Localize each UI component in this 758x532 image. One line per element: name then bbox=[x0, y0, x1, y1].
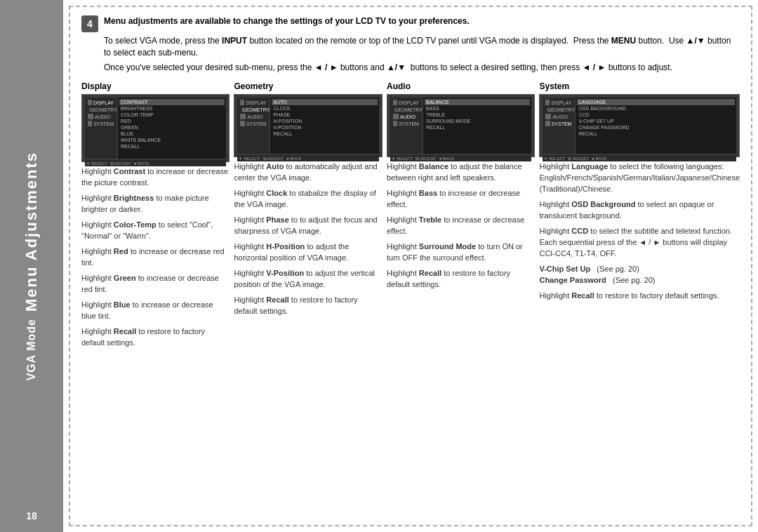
column-geometry-header: Geometry bbox=[234, 81, 382, 91]
header-row-3: Once you've selected your desired sub-me… bbox=[104, 62, 740, 74]
column-display-header: Display bbox=[81, 81, 230, 91]
column-audio-header: Audio bbox=[387, 81, 535, 91]
column-geometry: Geometry DISPLAY GEOMETRY AUDIO SYSTEM A… bbox=[234, 81, 382, 352]
header-row-2: To select VGA mode, press the INPUT butt… bbox=[104, 35, 740, 59]
page-number: 18 bbox=[26, 510, 37, 521]
header-section: 4 Menu adjustments are available to chan… bbox=[81, 15, 740, 73]
column-display-text: Highlight Contrast to increase or decrea… bbox=[81, 166, 230, 352]
header-line1: Menu adjustments are available to change… bbox=[104, 15, 470, 27]
column-audio-text: Highlight Balance to adjust the balance … bbox=[387, 161, 535, 294]
sidebar-title: Menu Adjustments bbox=[22, 152, 41, 312]
step-badge: 4 bbox=[81, 15, 98, 32]
column-system-header: System bbox=[539, 81, 740, 91]
column-geometry-text: Highlight Auto to automatically adjust a… bbox=[234, 161, 382, 321]
menu-mockup-display: DISPLAY GEOMETRY AUDIO SYSTEM CONTRAST B… bbox=[81, 94, 230, 162]
header-line2: To select VGA mode, press the INPUT butt… bbox=[104, 35, 740, 59]
menu-mockup-system: DISPLAY GEOMETRY AUDIO SYSTEM LANGUAGE O… bbox=[539, 94, 740, 157]
sidebar-subtitle: VGA Mode bbox=[25, 319, 38, 380]
header-line3: Once you've selected your desired sub-me… bbox=[104, 62, 672, 74]
column-system-text: Highlight Language to select the followi… bbox=[539, 161, 740, 305]
sidebar: Menu Adjustments VGA Mode 18 bbox=[0, 0, 63, 532]
column-display: Display DISPLAY GEOMETRY AUDIO SYSTEM CO… bbox=[81, 81, 230, 352]
menu-mockup-audio: DISPLAY GEOMETRY AUDIO SYSTEM BALANCE BA… bbox=[387, 94, 535, 157]
columns-section: Display DISPLAY GEOMETRY AUDIO SYSTEM CO… bbox=[81, 81, 740, 352]
main-content: 4 Menu adjustments are available to chan… bbox=[69, 6, 752, 526]
column-system: System DISPLAY GEOMETRY AUDIO SYSTEM LAN… bbox=[539, 81, 740, 352]
header-row-1: 4 Menu adjustments are available to chan… bbox=[81, 15, 740, 32]
column-audio: Audio DISPLAY GEOMETRY AUDIO SYSTEM BALA… bbox=[387, 81, 535, 352]
menu-mockup-geometry: DISPLAY GEOMETRY AUDIO SYSTEM AUTO CLOCK… bbox=[234, 94, 382, 157]
